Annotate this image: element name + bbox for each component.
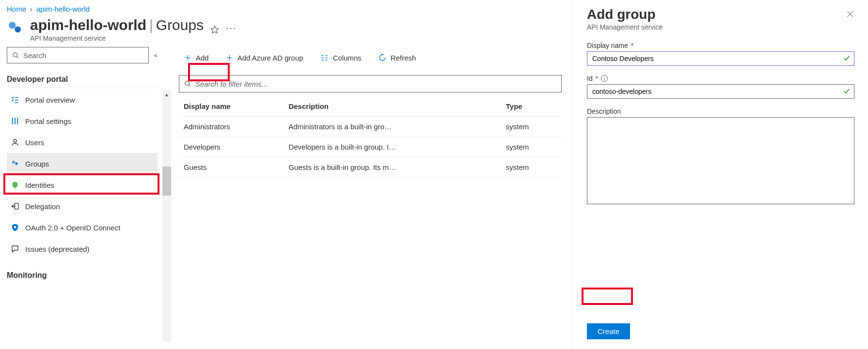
chat-icon [10, 244, 20, 253]
columns-button-label: Columns [333, 54, 362, 62]
chevron-right-icon: › [30, 5, 32, 13]
svg-point-12 [12, 161, 15, 164]
cell-type: system [501, 117, 562, 137]
header-type[interactable]: Type [501, 96, 562, 117]
description-label: Description [587, 107, 854, 115]
cell-type: system [501, 157, 562, 178]
add-button[interactable]: Add [179, 52, 214, 64]
panel-subtitle: API Management service [587, 23, 663, 31]
scrollbar-thumb[interactable] [162, 167, 171, 196]
sidebar-item-portal-settings[interactable]: Portal settings [7, 110, 158, 132]
svg-point-27 [185, 81, 189, 85]
people-icon [10, 159, 20, 168]
sidebar-item-label: Users [25, 138, 44, 147]
delegate-icon [10, 202, 20, 211]
search-icon [12, 52, 19, 59]
id-input[interactable] [587, 84, 854, 99]
display-name-label: Display name * [587, 42, 854, 49]
person-icon [10, 138, 20, 147]
svg-line-28 [189, 85, 190, 86]
sidebar-item-issues[interactable]: Issues (deprecated) [7, 238, 158, 259]
svg-point-16 [14, 226, 16, 228]
sidebar-item-label: Portal overview [25, 96, 75, 104]
page-section: Groups [156, 17, 204, 33]
sidebar-item-oauth[interactable]: OAuth 2.0 + OpenID Connect [7, 217, 158, 238]
resource-icon [7, 17, 23, 36]
more-button[interactable]: ··· [226, 22, 237, 37]
sliders-icon [10, 117, 20, 125]
oauth-icon [10, 223, 20, 232]
description-input[interactable] [587, 117, 854, 204]
create-button[interactable]: Create [587, 323, 630, 339]
svg-marker-2 [211, 26, 219, 33]
collapse-sidebar-button[interactable]: « [154, 51, 158, 59]
table-row[interactable]: DevelopersDevelopers is a built-in group… [179, 137, 562, 157]
sidebar-item-portal-overview[interactable]: Portal overview [7, 89, 158, 110]
cell-name: Administrators [179, 117, 284, 137]
required-icon: * [596, 75, 598, 82]
add-group-panel: Add group API Management service Display… [573, 0, 868, 349]
check-icon [843, 87, 851, 95]
header-display-name[interactable]: Display name [179, 96, 284, 117]
id-label: Id * i [587, 75, 854, 82]
sidebar-item-users[interactable]: Users [7, 132, 158, 153]
page-subtitle: API Management service [30, 34, 204, 42]
plus-icon [225, 54, 234, 62]
add-button-label: Add [196, 54, 209, 62]
refresh-button[interactable]: Refresh [373, 51, 421, 64]
sidebar-item-label: OAuth 2.0 + OpenID Connect [25, 224, 120, 232]
filter-input[interactable] [195, 80, 556, 88]
cell-desc: Administrators is a built-in gro… [284, 117, 501, 137]
table-row[interactable]: GuestsGuests is a built-in group. Its m…… [179, 157, 562, 178]
sidebar-item-label: Portal settings [25, 117, 71, 125]
filter-search[interactable] [179, 75, 562, 92]
svg-point-1 [15, 26, 21, 32]
columns-icon [320, 54, 329, 61]
header-description[interactable]: Description [284, 96, 501, 117]
sidebar-section-header-2: Monitoring [7, 268, 158, 284]
sidebar-item-label: Identities [25, 181, 54, 189]
sidebar-search[interactable] [7, 47, 149, 63]
columns-button[interactable]: Columns [315, 52, 366, 64]
cell-desc: Guests is a built-in group. Its m… [284, 157, 501, 178]
star-icon[interactable] [210, 25, 219, 34]
search-icon [184, 80, 191, 88]
sidebar-item-identities[interactable]: Identities [7, 174, 158, 196]
refresh-icon [378, 53, 387, 62]
sidebar: « Developer portal Portal overview Porta… [0, 47, 162, 285]
panel-title: Add group [587, 7, 663, 22]
breadcrumb-current[interactable]: apim-hello-world [36, 5, 90, 13]
sidebar-item-label: Issues (deprecated) [25, 245, 90, 253]
checklist-icon [10, 95, 20, 104]
sidebar-section-header: Developer portal [7, 72, 158, 88]
info-icon[interactable]: i [601, 75, 608, 82]
svg-point-13 [15, 162, 17, 165]
sidebar-item-label: Groups [25, 160, 49, 168]
check-icon [843, 54, 851, 62]
cell-name: Developers [179, 137, 284, 157]
cell-type: system [501, 137, 562, 157]
cell-desc: Developers is a built-in group. I… [284, 137, 501, 157]
sidebar-scrollbar[interactable]: ▲ [162, 90, 171, 342]
cell-name: Guests [179, 157, 284, 178]
breadcrumb-home[interactable]: Home [7, 5, 26, 13]
sidebar-item-groups[interactable]: Groups [7, 153, 158, 174]
display-name-input[interactable] [587, 51, 854, 66]
table-row[interactable]: AdministratorsAdministrators is a built-… [179, 117, 562, 137]
refresh-button-label: Refresh [391, 54, 416, 62]
svg-point-11 [14, 139, 16, 142]
add-ad-button-label: Add Azure AD group [237, 54, 303, 62]
sidebar-item-delegation[interactable]: Delegation [7, 196, 158, 217]
svg-line-4 [16, 56, 18, 58]
add-ad-group-button[interactable]: Add Azure AD group [221, 52, 308, 64]
sidebar-item-label: Delegation [25, 202, 60, 211]
svg-point-0 [9, 22, 16, 29]
required-icon: * [631, 42, 633, 49]
scroll-up-icon[interactable]: ▲ [162, 90, 171, 99]
close-icon[interactable] [846, 7, 854, 18]
groups-table: Display name Description Type Administra… [179, 96, 562, 178]
page-title: apim-hello-world [30, 17, 146, 33]
sidebar-search-input[interactable] [23, 51, 143, 60]
plus-icon [184, 54, 192, 62]
shield-icon [10, 181, 20, 189]
